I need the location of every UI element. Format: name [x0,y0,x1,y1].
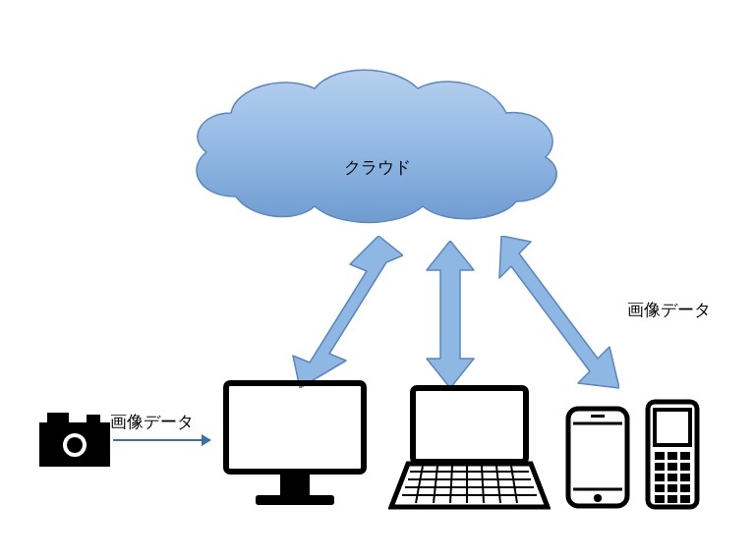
svg-rect-38 [655,484,665,492]
svg-rect-7 [226,383,364,472]
svg-rect-8 [280,474,310,495]
arrow-cloud-phones [482,236,619,403]
cloud-label: クラウド [344,156,411,179]
svg-point-25 [594,494,602,502]
svg-rect-10 [413,388,526,462]
svg-rect-1 [47,413,69,424]
svg-rect-39 [668,484,677,492]
svg-rect-28 [655,410,690,445]
svg-rect-37 [680,474,690,481]
svg-rect-40 [680,484,690,492]
svg-rect-43 [680,495,690,503]
laptop-icon [388,383,551,511]
svg-rect-31 [680,452,690,460]
svg-rect-32 [655,463,665,471]
diagram-stage: クラウド 画像データ 画像データ [0,0,755,560]
image-data-label-right: 画像データ [627,299,711,321]
svg-rect-30 [668,452,677,460]
camera-icon [39,413,110,467]
svg-rect-36 [668,474,677,481]
feature-phone-icon [644,398,701,511]
svg-rect-42 [668,495,677,503]
arrow-camera-desktop [113,430,211,450]
svg-rect-35 [655,474,665,481]
svg-rect-34 [680,463,690,471]
svg-rect-26 [591,415,605,418]
svg-rect-29 [655,452,665,460]
svg-rect-41 [655,495,665,503]
arrow-cloud-desktop [275,236,403,388]
cloud-icon [177,59,570,246]
smartphone-icon [565,406,630,509]
desktop-icon [221,378,369,511]
svg-rect-2 [87,415,100,422]
svg-rect-9 [256,495,334,505]
arrow-cloud-laptop [423,241,478,388]
svg-rect-33 [668,463,677,471]
svg-point-5 [67,437,83,453]
